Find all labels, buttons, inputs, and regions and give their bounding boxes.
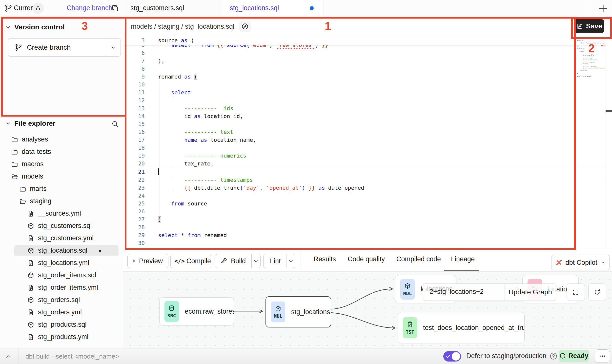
update-graph-button[interactable]: Update Graph <box>505 284 556 301</box>
model-icon <box>27 247 35 254</box>
explore-lineage-button[interactable] <box>239 21 251 32</box>
file-tree-item-__sources.yml[interactable]: __sources.yml <box>0 207 123 220</box>
dbt-copilot-button[interactable]: dbt Copilot <box>551 255 610 270</box>
new-tab-button[interactable] <box>598 3 609 14</box>
file-tree-item-stg_order_items.sql[interactable]: stg_order_items.sql <box>0 269 123 282</box>
lineage-canvas[interactable]: SRCecom.raw_storesMDLstg_locationsMDLloc… <box>123 271 612 349</box>
file-tree-item-marts[interactable]: marts <box>0 183 123 195</box>
line-number: 7 <box>123 57 145 65</box>
file-tree-item-stg_order_items.yml[interactable]: stg_order_items.yml <box>0 282 123 294</box>
expand-command-bar-button[interactable] <box>4 353 12 360</box>
tst-badge: TST <box>403 317 417 338</box>
file-icon <box>27 284 35 291</box>
defer-label: Defer to staging/production <box>466 352 546 360</box>
code-line-9: 9renamed as ( <box>123 73 606 81</box>
file-tree-item-stg_customers.sql[interactable]: stg_customers.sql <box>0 220 123 232</box>
line-number: 3 <box>123 37 145 44</box>
file-tree-item-stg_products.sql[interactable]: stg_products.sql <box>0 319 123 331</box>
lint-menu-button[interactable] <box>286 258 295 264</box>
file-name: stg_order_items.sql <box>38 271 96 279</box>
chevron-down-icon <box>5 120 11 127</box>
tab-code-quality[interactable]: Code quality <box>348 255 385 263</box>
tab-compiled-code[interactable]: Compiled code <box>396 255 441 263</box>
branch-lock-badge <box>32 2 44 14</box>
file-name: analyses <box>22 136 48 143</box>
code-line-6: 6 <box>123 49 606 57</box>
node-label: stg_locations <box>291 308 330 316</box>
file-tree-item-stg_orders.yml[interactable]: stg_orders.yml <box>0 306 123 319</box>
file-explorer-title: File explorer <box>14 120 56 127</box>
lineage-selector-input[interactable]: locations 2+stg_locations+2 <box>423 284 505 301</box>
file-tree-item-analyses[interactable]: analyses <box>0 133 123 146</box>
command-input-placeholder[interactable]: dbt build --select <model_name> <box>25 353 119 360</box>
grid-icon <box>133 258 136 264</box>
badge-label: TST <box>406 329 414 335</box>
tab-results[interactable]: Results <box>314 255 336 263</box>
code-editor[interactable]: models / staging / stg_locations.sql 3so… <box>123 16 606 248</box>
file-name: stg_locations.yml <box>38 259 89 267</box>
build-button[interactable]: Build <box>215 254 261 268</box>
defer-toggle[interactable] <box>443 351 461 362</box>
tab-lineage[interactable]: Lineage <box>451 255 475 263</box>
create-branch-menu-button[interactable] <box>106 44 121 51</box>
toggle-knob <box>452 352 460 361</box>
search-icon[interactable] <box>111 120 119 128</box>
code-line-26: 26 <box>123 208 606 216</box>
code-line-7: 7), <box>123 57 606 65</box>
scrollbar-handle[interactable] <box>606 110 612 112</box>
chevron-down-icon <box>110 44 117 51</box>
help-icon[interactable] <box>549 352 558 360</box>
badge-label: MDL <box>274 313 282 319</box>
line-number: 28 <box>123 223 145 231</box>
ready-label: Ready <box>568 352 588 360</box>
editor-minimap[interactable]: withsource as ( select * from {{ source(… <box>577 37 605 80</box>
button-label: Lint <box>270 257 281 265</box>
build-menu-button[interactable] <box>252 258 260 264</box>
unsaved-changes-dot <box>99 250 101 252</box>
refresh-graph-button[interactable] <box>588 283 606 301</box>
file-tree-item-stg_products.yml[interactable]: stg_products.yml <box>0 331 123 343</box>
button-label: Preview <box>139 257 163 265</box>
lineage-node-stg_locations[interactable]: MDLstg_locations <box>265 296 331 327</box>
save-button[interactable]: Save <box>574 19 604 33</box>
file-tree-item-stg_orders.sql[interactable]: stg_orders.sql <box>0 294 123 306</box>
editor-tab-stg_customers.sql[interactable]: stg_customers.sql <box>123 0 223 16</box>
file-tree-item-data-tests[interactable]: data-tests <box>0 146 123 158</box>
file-tree-item-stg_locations.yml[interactable]: stg_locations.yml <box>0 257 123 269</box>
version-control-header[interactable]: Version control <box>0 22 65 32</box>
preview-button[interactable]: Preview <box>127 254 168 268</box>
lineage-node-ecomraw_stores[interactable]: SRCecom.raw_stores <box>159 297 234 325</box>
change-branch-link[interactable]: Change branch <box>67 4 112 12</box>
folder-open-icon <box>19 198 26 205</box>
code-lines[interactable]: 67),89renamed as (1011 select1213 ------… <box>123 49 606 247</box>
file-tree-item-stg_locations.sql[interactable]: stg_locations.sql <box>0 244 123 257</box>
compile-button[interactable]: </>Compile <box>170 254 212 268</box>
code-line-24: 24 <box>123 192 606 200</box>
more-options-button[interactable] <box>595 349 610 363</box>
editor-tab-stg_locations.sql[interactable]: stg_locations.sql <box>222 0 324 16</box>
file-tree-item-staging[interactable]: staging <box>0 195 123 207</box>
file-tree-item-macros[interactable]: macros <box>0 158 123 170</box>
line-number: 20 <box>123 160 145 168</box>
file-tree-item-stg_customers.yml[interactable]: stg_customers.yml <box>0 232 123 244</box>
lineage-selector-value: 2+stg_locations+2 <box>429 288 484 296</box>
dbt-logo-icon <box>555 259 563 266</box>
file-tree-item-models[interactable]: models <box>0 170 123 183</box>
line-number: 5 <box>123 45 145 49</box>
lineage-node-test_does_location_opened_at_trunc_t[interactable]: TSTtest_does_location_opened_at_trunc_t.… <box>398 312 525 343</box>
code-line-20: 20 tax_rate, <box>123 160 606 168</box>
line-number: 22 <box>123 176 145 184</box>
create-branch-button[interactable]: Create branch <box>8 38 121 57</box>
lint-button[interactable]: Lint <box>263 254 295 268</box>
dbt-ide-app: Current Change branch stg_customers.sqls… <box>0 0 612 364</box>
tab-label: stg_customers.sql <box>130 4 184 12</box>
file-name: __sources.yml <box>38 210 81 217</box>
file-explorer-header[interactable]: File explorer <box>0 119 56 128</box>
code-line-28: 28 <box>123 223 606 231</box>
fullscreen-button[interactable] <box>567 283 585 301</box>
copy-branch-icon[interactable] <box>111 4 120 13</box>
file-tree: analysesdata-testsmacrosmodelsmartsstagi… <box>0 133 123 343</box>
folder-icon <box>11 148 18 156</box>
lineage-toolbar: locations 2+stg_locations+2 Update Graph <box>423 283 556 301</box>
line-number: 21 <box>123 168 145 176</box>
